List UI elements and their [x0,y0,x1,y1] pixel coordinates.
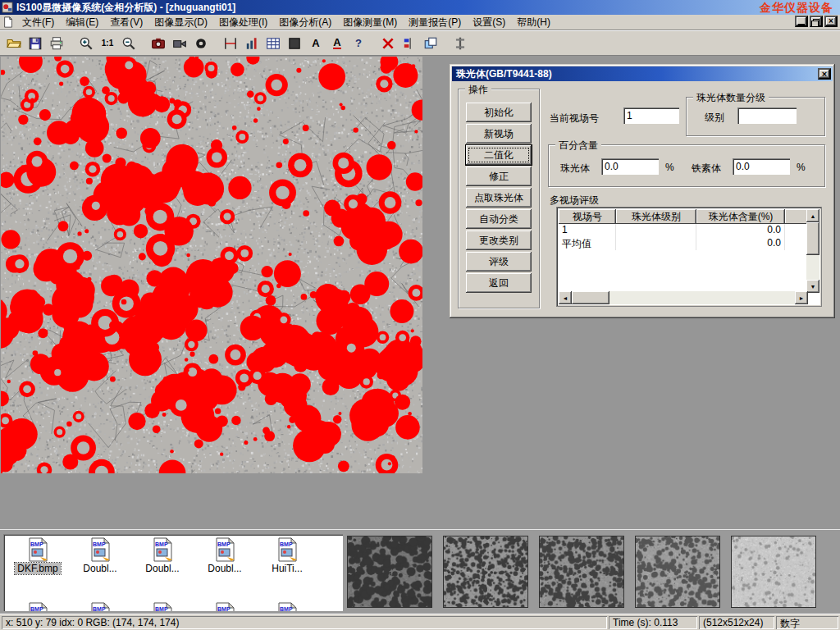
open-file-button[interactable] [4,34,24,53]
child-window-menu-icon[interactable] [2,16,14,28]
caliper-measure-button[interactable] [221,34,240,53]
vertical-scrollbar[interactable]: ▲ ▼ [806,209,819,293]
menu-measure-report[interactable]: 测量报告(P) [403,14,467,31]
scroll-up-icon[interactable]: ▲ [806,209,819,222]
scroll-thumb[interactable] [806,222,819,255]
pearlite-dialog: 珠光体(GB/T9441-88) × 操作 初始化 新视场 二值化 修正 点取珠… [450,64,835,318]
operations-group: 操作 初始化 新视场 二值化 修正 点取珠光体 自动分类 更改类别 评级 返回 [458,89,540,308]
table-row[interactable]: 平均值 0.0 [559,237,808,250]
video-button[interactable] [170,34,189,53]
percent-legend: 百分含量 [555,139,601,153]
bmp-file-icon: BMP [274,536,300,563]
layers-button[interactable] [421,34,441,53]
delete-measure-button[interactable] [378,34,398,53]
ferrite-percent-input[interactable] [733,158,790,175]
question-mark-icon: ? [355,37,362,49]
ferrite-label: 铁素体 [692,162,721,176]
col-pearlite-pct[interactable]: 珠光体含量(%) [696,209,785,224]
bmp-file-icon: BMP [212,536,238,563]
col-ferrite[interactable]: 铁素 [785,209,808,224]
grid-table-button[interactable] [263,34,283,53]
binarize-tool-button[interactable] [285,34,304,53]
marker-flags-button[interactable] [399,34,419,53]
menu-view[interactable]: 查看(V) [104,14,148,31]
save-file-button[interactable] [25,34,45,53]
status-image-size: (512x512x24) [699,616,774,629]
file-item[interactable]: BMP Doubl... [71,536,130,574]
svg-text:BMP: BMP [155,541,168,547]
file-item[interactable]: BMP [133,601,192,611]
table-row[interactable]: 1 0.0 [559,224,808,237]
auto-classify-button[interactable]: 自动分类 [466,209,532,229]
file-item[interactable]: BMP [195,601,254,611]
text-style-button[interactable]: A [327,34,347,53]
thumbnail-1[interactable] [347,536,432,608]
scroll-track[interactable] [609,291,795,304]
pearlite-percent-input[interactable] [601,158,659,175]
col-pearlite-grade[interactable]: 珠光体级别 [616,209,696,224]
binarize-button[interactable]: 二值化 [466,145,532,165]
micrograph-image[interactable] [1,57,422,473]
zoom-in-button[interactable] [76,34,96,53]
restore-icon [813,19,819,25]
menu-image-display[interactable]: 图像显示(D) [148,14,213,31]
titlebar: IS100显微摄像系统(金相分析版) - [zhuguangti01] 金华仪器… [0,0,840,15]
file-item[interactable]: BMP HuiTi... [258,536,317,574]
red-x-icon [381,36,395,51]
zoom-out-button[interactable] [119,34,139,53]
actual-size-button[interactable]: 1:1 [98,34,117,53]
print-button[interactable] [47,34,66,53]
file-item[interactable]: BMP DKF.bmp [8,536,67,574]
cell-pearlite-pct: 0.0 [696,224,785,237]
new-field-button[interactable]: 新视场 [466,124,532,144]
menu-image-processing[interactable]: 图像处理(I) [213,14,273,31]
file-item[interactable]: BMP Doubl... [133,536,192,574]
file-item[interactable]: BMP Doubl... [195,536,254,574]
child-minimize-button[interactable] [795,16,808,27]
change-class-button[interactable]: 更改类别 [466,231,532,250]
scroll-thumb[interactable] [572,291,609,304]
menu-image-measure[interactable]: 图像测量(M) [337,14,403,31]
menu-help[interactable]: 帮助(H) [511,14,556,31]
scroll-left-icon[interactable]: ◄ [559,291,572,304]
bmp-file-icon: BMP [274,601,300,611]
file-item[interactable]: BMP [8,601,67,611]
histogram-button[interactable] [242,34,262,53]
text-annotation-button[interactable]: A [306,34,326,53]
rate-button[interactable]: 评级 [466,252,532,272]
grid-icon [266,36,281,51]
menu-settings[interactable]: 设置(S) [467,14,511,31]
thumbnail-5[interactable] [731,536,816,608]
thumbnail-3[interactable] [539,536,624,608]
micrometer-button[interactable] [450,34,470,53]
menu-edit[interactable]: 编辑(E) [60,14,104,31]
scroll-right-icon[interactable]: ► [795,291,808,304]
child-close-button[interactable]: × [824,16,838,27]
menu-file[interactable]: 文件(F) [16,14,60,31]
target-button[interactable] [191,34,211,53]
thumbnail-4[interactable] [635,536,720,608]
return-button[interactable]: 返回 [466,273,532,293]
correct-button[interactable]: 修正 [466,167,532,186]
dialog-close-button[interactable]: × [818,68,831,80]
scroll-down-icon[interactable]: ▼ [806,280,819,293]
child-restore-button[interactable] [810,16,823,27]
status-mode: 数字 [776,616,838,629]
menu-image-analysis[interactable]: 图像分析(A) [273,14,337,31]
menubar: 文件(F) 编辑(E) 查看(V) 图像显示(D) 图像处理(I) 图像分析(A… [0,15,840,30]
initialize-button[interactable]: 初始化 [466,103,532,122]
capture-button[interactable] [148,34,168,53]
file-item[interactable]: BMP [258,601,317,611]
current-field-input[interactable] [623,107,679,124]
file-item[interactable]: BMP [71,601,130,611]
dialog-titlebar[interactable]: 珠光体(GB/T9441-88) × [452,66,833,81]
thumbnail-2[interactable] [443,536,528,608]
col-field-no[interactable]: 视场号 [559,209,616,224]
horizontal-scrollbar[interactable]: ◄ ► [559,291,808,304]
pick-pearlite-button[interactable]: 点取珠光体 [466,188,532,208]
grade-input[interactable] [737,107,797,124]
cell-ferrite [785,224,808,237]
help-button[interactable]: ? [349,34,368,53]
grade-label: 级别 [705,111,724,125]
open-folder-icon [7,36,21,51]
